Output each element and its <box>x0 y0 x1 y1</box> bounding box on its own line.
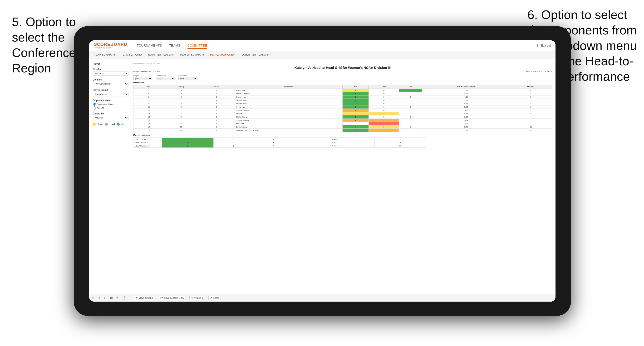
clock-icon[interactable]: 🕐 <box>122 296 126 300</box>
table-cell: 1 <box>164 109 198 112</box>
table-cell: 0 <box>399 109 422 112</box>
table-cell: 10 <box>164 125 198 129</box>
player-rank-select[interactable]: 8. Katelyn Vo <box>93 92 128 96</box>
undo-icon[interactable]: ↩ <box>92 296 94 300</box>
view-original-btn[interactable]: 👁 View: Original <box>134 296 155 300</box>
table-cell: 1 <box>164 99 198 102</box>
gender-select[interactable]: Women's <box>93 71 128 76</box>
colour-by-label: Colour by <box>93 112 128 115</box>
table-cell: 3.67 <box>422 99 510 102</box>
table-cell: 1.50 <box>422 89 510 92</box>
col-reg: # Reg <box>164 85 198 89</box>
table-cell: 3 <box>510 105 552 109</box>
table-cell: 7 <box>198 129 235 132</box>
subnav-player-h2h-grid[interactable]: PLAYER H2H GRID <box>210 52 234 57</box>
table-cell: 7 <box>164 112 198 115</box>
table-cell: Euna Lee <box>235 122 342 125</box>
table-cell: 1 <box>342 105 368 109</box>
gender-section: Gender Women's <box>93 68 128 76</box>
nav-committee[interactable]: COMMITTEE <box>188 43 207 49</box>
table-cell: Jessica Mason <box>235 119 342 122</box>
subnav-team-h2h-heatmap[interactable]: TEAM H2H HEATMAP <box>148 52 174 57</box>
table-cell: 0 <box>399 129 422 132</box>
table-cell: 1 <box>342 92 368 95</box>
ood-table-cell: 0 <box>254 141 294 144</box>
header-right: | Sign out <box>537 44 551 47</box>
table-cell: Heejo Hyun <box>235 105 342 109</box>
table-cell: 1 <box>342 99 368 102</box>
tablet: SCOREBOARD Powered by clippd TOURNAMENTS… <box>74 26 571 316</box>
table-cell: 2 <box>342 112 368 115</box>
out-of-division-label: Out of division <box>133 134 552 137</box>
table-cell: 3 <box>164 95 198 99</box>
table-cell: 2 <box>369 112 399 115</box>
conference-select[interactable]: (All) <box>156 77 175 80</box>
sign-out-link[interactable]: Sign out <box>540 44 551 47</box>
table-cell: 0 <box>369 109 399 112</box>
colour-by-select[interactable]: Win/loss <box>93 116 128 120</box>
opponents-label: Opponents: <box>133 82 552 84</box>
ood-table-cell: 2 <box>374 138 426 141</box>
region-label: Region <box>133 75 152 77</box>
table-row: 1822Euna Lee030-5.002 <box>134 122 552 125</box>
table-cell: 9 <box>134 99 164 102</box>
redo-icon[interactable]: ↩ <box>104 296 106 300</box>
colour-by-section: Colour by Win/loss <box>93 112 128 120</box>
table-cell: 3 <box>198 102 235 105</box>
opponent-view-section: Opponent view Opponents Played Top 100 <box>93 99 128 110</box>
table-cell: 10 <box>134 102 164 105</box>
nav-teams[interactable]: TEAMS <box>169 43 180 49</box>
table-cell: 4 <box>510 89 552 92</box>
region-select[interactable]: (All) <box>133 77 152 80</box>
ood-table-cell: 0 <box>214 141 254 144</box>
table-cell: Federica Domecq Lacroze <box>235 129 342 132</box>
table-row: 331Esther Lee1011.504 <box>134 89 552 92</box>
ood-table-cell: 15 <box>162 141 214 144</box>
player-section: Player <box>93 62 128 65</box>
table-row: 19106Emily Chang4100.3011 <box>134 125 552 129</box>
table-cell: Andrea York <box>235 102 342 105</box>
ood-table-cell: 0 <box>214 138 254 141</box>
last-updated: Last Updated: 27/03/2024 16:44 <box>133 62 552 65</box>
table-cell: -1.00 <box>422 95 510 99</box>
ood-table-cell: NAIA Division 1 <box>134 141 162 144</box>
filter-row: Region (All) Conference (All) Opponent <box>133 75 552 80</box>
subnav-team-h2h-grid[interactable]: TEAM H2H GRID <box>121 52 142 57</box>
table-cell: 19 <box>134 125 164 129</box>
paint-icon[interactable]: ✏ <box>116 296 119 300</box>
player-label: Player <box>93 62 128 65</box>
share-icon: ↗ <box>210 297 212 299</box>
table-cell: 1 <box>342 89 368 92</box>
table-cell: 11 <box>134 105 164 109</box>
table-cell: Sharon Mun <box>235 99 342 102</box>
opponent-select[interactable]: (All) <box>178 77 198 80</box>
undo2-icon[interactable]: ↪ <box>98 296 100 300</box>
toolbar-divider-1 <box>130 296 130 300</box>
table-cell: 0 <box>369 102 399 105</box>
division-select[interactable]: NCAA Division III <box>93 82 128 86</box>
crop-icon[interactable]: ⊞ <box>110 296 113 300</box>
table-cell: 6 <box>198 125 235 129</box>
table-cell: 1 <box>342 109 368 112</box>
table-cell: 16 <box>134 119 164 122</box>
division-label: Division <box>93 78 128 81</box>
subnav-player-summary[interactable]: PLAYER SUMMARY <box>180 52 204 57</box>
save-custom-view-btn[interactable]: 💾 Save Custom View <box>159 296 186 300</box>
col-rounds: Rounds <box>510 85 552 89</box>
table-cell: 9 <box>510 112 552 115</box>
col-conf: # Conf <box>198 85 235 89</box>
view-icon: 👁 <box>135 297 138 299</box>
subnav-team-summary[interactable]: TEAM SUMMARY <box>94 52 116 57</box>
share-btn[interactable]: ↗ Share <box>208 296 221 300</box>
nav-tournaments[interactable]: TOURNAMENTS <box>137 43 162 49</box>
table-cell: Sydney Kuo <box>235 95 342 99</box>
subnav-player-h2h-heatmap[interactable]: PLAYER H2H HEATMAP <box>240 52 269 57</box>
conference-filter: Conference (All) <box>156 75 175 80</box>
watch-label: Watch <box>194 297 201 299</box>
out-of-division-table: Foreign Team1004.5002NAIA Division 11500… <box>133 138 426 148</box>
table-cell: Eunice Yi <box>235 112 342 115</box>
watch-btn[interactable]: 👁 Watch ▾ <box>189 296 205 300</box>
legend-level-label: Level <box>110 123 115 125</box>
table-cell: 1.25 <box>422 115 510 119</box>
ood-table-cell: NCAA Division 2 <box>134 144 162 148</box>
